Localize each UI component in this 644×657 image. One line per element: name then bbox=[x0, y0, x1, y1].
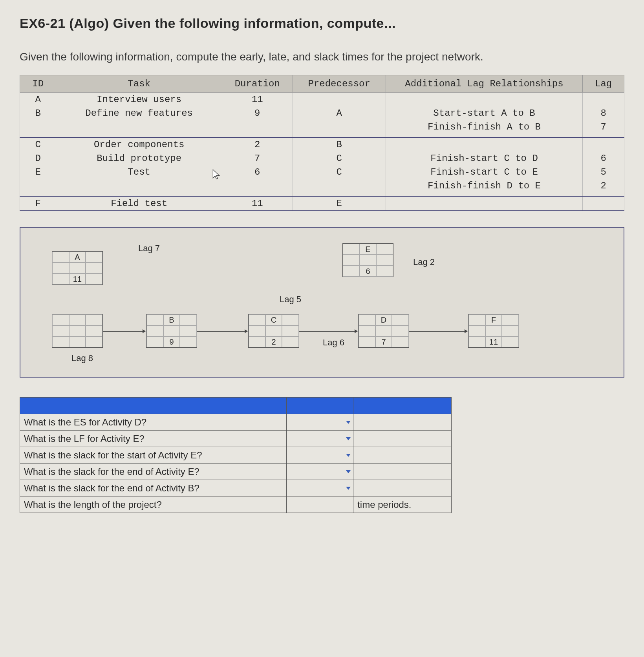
chevron-down-icon bbox=[346, 454, 351, 457]
lag-label-5: Lag 5 bbox=[280, 294, 301, 305]
arrow bbox=[197, 331, 247, 332]
col-id: ID bbox=[20, 75, 56, 93]
unit-text bbox=[353, 414, 452, 431]
chevron-down-icon bbox=[346, 470, 351, 473]
unit-text bbox=[353, 447, 452, 464]
table-row: FField test11E bbox=[20, 196, 624, 211]
table-row: AInterview users11 bbox=[20, 93, 624, 107]
table-row: BDefine new features9AStart-start A to B… bbox=[20, 106, 624, 120]
answer-dropdown[interactable] bbox=[287, 464, 353, 480]
table-row: COrder components2B bbox=[20, 137, 624, 151]
chevron-down-icon bbox=[346, 437, 351, 440]
node-b: B 9 bbox=[146, 314, 197, 348]
table-row: Finish-finish A to B7 bbox=[20, 120, 624, 134]
unit-text: time periods. bbox=[353, 496, 452, 513]
question-text: What is the slack for the end of Activit… bbox=[20, 464, 287, 480]
arrow bbox=[299, 331, 357, 332]
col-lag: Lag bbox=[583, 75, 624, 93]
question-row: What is the slack for the end of Activit… bbox=[20, 480, 452, 496]
chevron-down-icon bbox=[346, 487, 351, 490]
unit-text bbox=[353, 431, 452, 447]
question-text: What is the slack for the end of Activit… bbox=[20, 480, 287, 496]
unit-text bbox=[353, 480, 452, 496]
col-relationships: Additional Lag Relationships bbox=[386, 75, 583, 93]
question-row: What is the slack for the end of Activit… bbox=[20, 464, 452, 480]
question-text: What is the slack for the start of Activ… bbox=[20, 447, 287, 464]
question-row: What is the slack for the start of Activ… bbox=[20, 447, 452, 464]
answer-dropdown[interactable] bbox=[287, 414, 353, 431]
page-title: EX6-21 (Algo) Given the following inform… bbox=[20, 16, 624, 31]
answer-dropdown[interactable] bbox=[287, 480, 353, 496]
node-c: C 2 bbox=[248, 314, 299, 348]
intro-text: Given the following information, compute… bbox=[20, 51, 624, 63]
chevron-down-icon bbox=[346, 421, 351, 424]
question-text: What is the ES for Activity D? bbox=[20, 414, 287, 431]
question-row: What is the ES for Activity D? bbox=[20, 414, 452, 431]
table-row: DBuild prototype7CFinish-start C to D6 bbox=[20, 151, 624, 165]
answer-dropdown[interactable] bbox=[287, 431, 353, 447]
question-row: What is the length of the project? time … bbox=[20, 496, 452, 513]
arrow bbox=[103, 331, 145, 332]
question-row: What is the LF for Activity E? bbox=[20, 431, 452, 447]
node-f: F 11 bbox=[468, 314, 519, 348]
answer-dropdown[interactable] bbox=[287, 447, 353, 464]
col-predecessor: Predecessor bbox=[293, 75, 386, 93]
answer-input[interactable] bbox=[287, 496, 353, 513]
question-text: What is the length of the project? bbox=[20, 496, 287, 513]
network-diagram: A 11 B 9 C 2 E 6 D bbox=[20, 227, 624, 378]
table-row: Finish-finish D to E2 bbox=[20, 179, 624, 193]
activity-table: ID Task Duration Predecessor Additional … bbox=[20, 75, 624, 211]
lag-label-6: Lag 6 bbox=[323, 338, 344, 348]
questions-table: What is the ES for Activity D? What is t… bbox=[20, 397, 452, 513]
col-task: Task bbox=[56, 75, 222, 93]
node-a-lower bbox=[52, 314, 103, 348]
node-a: A 11 bbox=[52, 251, 103, 285]
node-e: E 6 bbox=[342, 243, 393, 277]
lag-label-8: Lag 8 bbox=[71, 353, 93, 363]
lag-label-2: Lag 2 bbox=[413, 257, 435, 267]
arrow bbox=[409, 331, 467, 332]
lag-label-7: Lag 7 bbox=[138, 243, 160, 254]
col-duration: Duration bbox=[222, 75, 293, 93]
question-text: What is the LF for Activity E? bbox=[20, 431, 287, 447]
unit-text bbox=[353, 464, 452, 480]
table-row: ETest6CFinish-start C to E5 bbox=[20, 165, 624, 179]
node-d: D 7 bbox=[358, 314, 409, 348]
